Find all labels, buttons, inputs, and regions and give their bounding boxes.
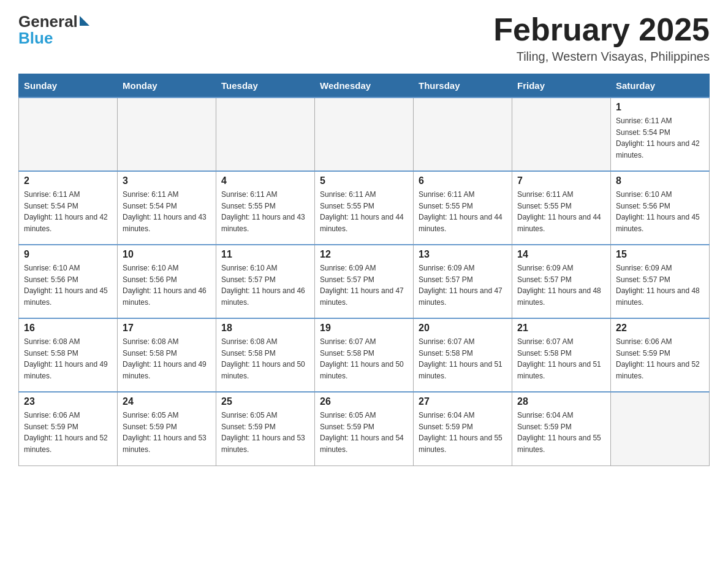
day-number: 20 [419,323,507,334]
table-row: 22Sunrise: 6:06 AMSunset: 5:59 PMDayligh… [611,318,710,392]
table-row: 7Sunrise: 6:11 AMSunset: 5:55 PMDaylight… [512,171,611,245]
day-info: Sunrise: 6:11 AMSunset: 5:55 PMDaylight:… [419,189,507,234]
table-row: 4Sunrise: 6:11 AMSunset: 5:55 PMDaylight… [216,171,315,245]
table-row: 24Sunrise: 6:05 AMSunset: 5:59 PMDayligh… [118,392,216,465]
col-saturday: Saturday [611,74,710,98]
title-area: February 2025 Tiling, Western Visayas, P… [493,12,710,64]
calendar-week-row: 2Sunrise: 6:11 AMSunset: 5:54 PMDaylight… [19,171,710,245]
day-info: Sunrise: 6:06 AMSunset: 5:59 PMDaylight:… [616,336,704,381]
table-row: 27Sunrise: 6:04 AMSunset: 5:59 PMDayligh… [414,392,512,465]
day-info: Sunrise: 6:10 AMSunset: 5:56 PMDaylight:… [24,262,112,308]
day-info: Sunrise: 6:09 AMSunset: 5:57 PMDaylight:… [419,262,507,308]
table-row: 8Sunrise: 6:10 AMSunset: 5:56 PMDaylight… [611,171,710,245]
day-info: Sunrise: 6:07 AMSunset: 5:58 PMDaylight:… [419,336,507,381]
table-row [216,98,315,171]
day-number: 18 [221,323,309,334]
table-row: 20Sunrise: 6:07 AMSunset: 5:58 PMDayligh… [414,318,512,392]
table-row: 2Sunrise: 6:11 AMSunset: 5:54 PMDaylight… [19,171,118,245]
day-number: 13 [419,249,507,260]
day-number: 6 [419,175,507,186]
day-info: Sunrise: 6:05 AMSunset: 5:59 PMDaylight:… [123,410,211,455]
day-number: 27 [419,396,507,407]
day-info: Sunrise: 6:05 AMSunset: 5:59 PMDaylight:… [320,410,408,455]
day-number: 26 [320,396,408,407]
day-number: 3 [123,175,211,186]
day-number: 28 [517,396,605,407]
day-info: Sunrise: 6:11 AMSunset: 5:54 PMDaylight:… [616,115,704,161]
day-number: 23 [24,396,112,407]
day-info: Sunrise: 6:07 AMSunset: 5:58 PMDaylight:… [320,336,408,381]
day-info: Sunrise: 6:07 AMSunset: 5:58 PMDaylight:… [517,336,605,381]
table-row: 15Sunrise: 6:09 AMSunset: 5:57 PMDayligh… [611,245,710,318]
col-tuesday: Tuesday [216,74,315,98]
day-number: 5 [320,175,408,186]
table-row [19,98,118,171]
day-info: Sunrise: 6:11 AMSunset: 5:55 PMDaylight:… [221,189,309,234]
table-row: 26Sunrise: 6:05 AMSunset: 5:59 PMDayligh… [315,392,414,465]
header: General Blue February 2025 Tiling, Weste… [18,12,710,64]
table-row: 6Sunrise: 6:11 AMSunset: 5:55 PMDaylight… [414,171,512,245]
day-info: Sunrise: 6:08 AMSunset: 5:58 PMDaylight:… [123,336,211,381]
table-row: 10Sunrise: 6:10 AMSunset: 5:56 PMDayligh… [118,245,216,318]
table-row: 1Sunrise: 6:11 AMSunset: 5:54 PMDaylight… [611,98,710,171]
table-row: 3Sunrise: 6:11 AMSunset: 5:54 PMDaylight… [118,171,216,245]
day-info: Sunrise: 6:10 AMSunset: 5:57 PMDaylight:… [221,262,309,308]
day-info: Sunrise: 6:04 AMSunset: 5:59 PMDaylight:… [419,410,507,455]
col-monday: Monday [118,74,216,98]
calendar-week-row: 9Sunrise: 6:10 AMSunset: 5:56 PMDaylight… [19,245,710,318]
day-info: Sunrise: 6:09 AMSunset: 5:57 PMDaylight:… [616,262,704,308]
day-number: 4 [221,175,309,186]
table-row: 9Sunrise: 6:10 AMSunset: 5:56 PMDaylight… [19,245,118,318]
calendar-week-row: 23Sunrise: 6:06 AMSunset: 5:59 PMDayligh… [19,392,710,465]
table-row [315,98,414,171]
day-info: Sunrise: 6:08 AMSunset: 5:58 PMDaylight:… [24,336,112,381]
day-number: 24 [123,396,211,407]
day-number: 2 [24,175,112,186]
day-number: 10 [123,249,211,260]
day-number: 8 [616,175,704,186]
day-info: Sunrise: 6:11 AMSunset: 5:55 PMDaylight:… [320,189,408,234]
day-number: 12 [320,249,408,260]
col-sunday: Sunday [19,74,118,98]
day-number: 11 [221,249,309,260]
day-info: Sunrise: 6:09 AMSunset: 5:57 PMDaylight:… [320,262,408,308]
day-number: 17 [123,323,211,334]
day-info: Sunrise: 6:04 AMSunset: 5:59 PMDaylight:… [517,410,605,455]
day-number: 1 [616,102,704,113]
table-row: 14Sunrise: 6:09 AMSunset: 5:57 PMDayligh… [512,245,611,318]
day-info: Sunrise: 6:10 AMSunset: 5:56 PMDaylight:… [123,262,211,308]
col-wednesday: Wednesday [315,74,414,98]
table-row: 11Sunrise: 6:10 AMSunset: 5:57 PMDayligh… [216,245,315,318]
table-row [611,392,710,465]
calendar-table: Sunday Monday Tuesday Wednesday Thursday… [18,74,710,466]
day-number: 7 [517,175,605,186]
col-thursday: Thursday [414,74,512,98]
table-row: 16Sunrise: 6:08 AMSunset: 5:58 PMDayligh… [19,318,118,392]
day-number: 14 [517,249,605,260]
table-row: 5Sunrise: 6:11 AMSunset: 5:55 PMDaylight… [315,171,414,245]
calendar-week-row: 1Sunrise: 6:11 AMSunset: 5:54 PMDaylight… [19,98,710,171]
table-row: 17Sunrise: 6:08 AMSunset: 5:58 PMDayligh… [118,318,216,392]
table-row: 18Sunrise: 6:08 AMSunset: 5:58 PMDayligh… [216,318,315,392]
day-info: Sunrise: 6:11 AMSunset: 5:54 PMDaylight:… [123,189,211,234]
day-info: Sunrise: 6:08 AMSunset: 5:58 PMDaylight:… [221,336,309,381]
table-row: 21Sunrise: 6:07 AMSunset: 5:58 PMDayligh… [512,318,611,392]
table-row: 28Sunrise: 6:04 AMSunset: 5:59 PMDayligh… [512,392,611,465]
calendar-header-row: Sunday Monday Tuesday Wednesday Thursday… [19,74,710,98]
table-row: 23Sunrise: 6:06 AMSunset: 5:59 PMDayligh… [19,392,118,465]
calendar-week-row: 16Sunrise: 6:08 AMSunset: 5:58 PMDayligh… [19,318,710,392]
logo-blue-text: Blue [18,29,89,48]
day-number: 15 [616,249,704,260]
day-number: 16 [24,323,112,334]
table-row: 19Sunrise: 6:07 AMSunset: 5:58 PMDayligh… [315,318,414,392]
day-info: Sunrise: 6:09 AMSunset: 5:57 PMDaylight:… [517,262,605,308]
col-friday: Friday [512,74,611,98]
day-number: 22 [616,323,704,334]
day-number: 9 [24,249,112,260]
location-subtitle: Tiling, Western Visayas, Philippines [493,50,710,64]
table-row: 12Sunrise: 6:09 AMSunset: 5:57 PMDayligh… [315,245,414,318]
table-row: 13Sunrise: 6:09 AMSunset: 5:57 PMDayligh… [414,245,512,318]
month-year-title: February 2025 [493,12,710,47]
table-row [512,98,611,171]
day-info: Sunrise: 6:06 AMSunset: 5:59 PMDaylight:… [24,410,112,455]
